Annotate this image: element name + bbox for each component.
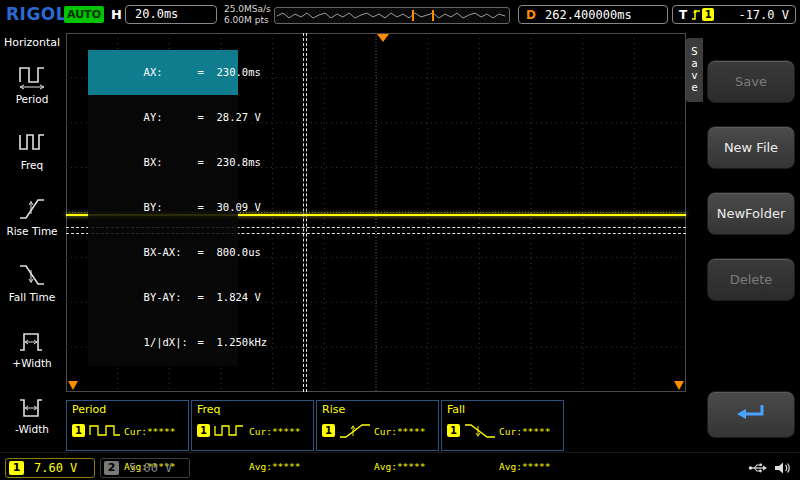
measurement-box-rise: Rise 1 Cur:***** Avg:***** Max:***** Min… bbox=[316, 400, 439, 451]
cursor-value: = 28.27 V bbox=[198, 111, 261, 123]
delete-button[interactable]: Delete bbox=[707, 258, 795, 301]
memory-depth-value: 6.00M pts bbox=[224, 15, 271, 26]
cursor-row-bx: BX:= 230.8ms bbox=[88, 140, 238, 185]
measurement-box-period: Period 1 Cur:***** Avg:***** Max:***** M… bbox=[66, 400, 189, 451]
channel-2-status[interactable]: 2 5.00 V bbox=[100, 458, 190, 478]
memory-waveform-preview[interactable] bbox=[274, 7, 510, 24]
cursor-value: = 1.250kHz bbox=[198, 336, 268, 348]
rigol-logo: RIGOL bbox=[6, 4, 67, 24]
cursor-row-bx-ax: BX-AX:= 800.0us bbox=[88, 230, 238, 275]
cursor-row-by: BY:= 30.09 V bbox=[88, 185, 238, 230]
cursor-readout-panel: AX:= 230.0ms AY:= 28.27 V BX:= 230.8ms B… bbox=[88, 49, 238, 366]
trigger-position-marker[interactable] bbox=[377, 34, 389, 42]
delay-value: 262.400000ms bbox=[545, 8, 632, 22]
channel-badge: 1 bbox=[197, 424, 210, 437]
freq-icon bbox=[17, 128, 47, 158]
period-icon bbox=[17, 62, 47, 92]
preview-waveform-icon bbox=[275, 8, 507, 23]
sidebar-item-period[interactable]: Period bbox=[0, 62, 64, 124]
return-button[interactable] bbox=[707, 391, 795, 438]
measurement-box-freq: Freq 1 Cur:***** Avg:***** Max:***** Min… bbox=[191, 400, 314, 451]
channel-badge: 1 bbox=[72, 424, 85, 437]
cursor-row-ax: AX:= 230.0ms bbox=[88, 50, 238, 95]
stat-cur: Cur:***** bbox=[374, 426, 425, 438]
cursor-ax-line[interactable] bbox=[303, 33, 304, 392]
acquisition-status-badge: AUTO bbox=[64, 6, 104, 23]
trigger-readout-box: T 1 -17.0 V bbox=[672, 5, 796, 24]
top-bar: RIGOL AUTO H 20.0ms 25.0MSa/s 6.00M pts … bbox=[0, 0, 800, 30]
sidebar-item-label: -Width bbox=[0, 423, 64, 435]
plus-width-icon bbox=[17, 326, 47, 356]
sidebar-item-label: Fall Time bbox=[0, 291, 64, 303]
sidebar-item-label: Rise Time bbox=[0, 225, 64, 237]
cursor-name: BX: bbox=[144, 155, 198, 170]
usb-icon bbox=[748, 460, 768, 479]
rise-edge-icon bbox=[339, 422, 371, 444]
measurement-box-fall: Fall 1 Cur:***** Avg:***** Max:***** Min… bbox=[441, 400, 564, 451]
sidebar-horizontal-menu: Horizontal Period Freq bbox=[0, 30, 64, 480]
save-button[interactable]: Save bbox=[707, 60, 795, 103]
cursor-row-inv-dx: 1/|dX|:= 1.250kHz bbox=[88, 320, 238, 365]
cursor-value: = 800.0us bbox=[198, 246, 261, 258]
cursor-value: = 230.0ms bbox=[198, 66, 261, 78]
channel-2-badge: 2 bbox=[104, 461, 119, 475]
stat-cur: Cur:***** bbox=[124, 426, 175, 438]
cursor-value: = 230.8ms bbox=[198, 156, 261, 168]
channel-1-badge: 1 bbox=[9, 461, 24, 475]
measurement-bar: Period 1 Cur:***** Avg:***** Max:***** M… bbox=[66, 400, 686, 452]
channel-2-scale: 5.00 V bbox=[129, 461, 172, 475]
new-folder-button[interactable]: NewFolder bbox=[707, 192, 795, 235]
channel-1-scale: 7.60 V bbox=[34, 461, 77, 475]
cursor-bx-line[interactable] bbox=[306, 33, 307, 392]
measurement-name: Fall bbox=[447, 403, 465, 416]
status-bar: 1 7.60 V 2 5.00 V bbox=[0, 452, 800, 480]
sidebar-item-label: Freq bbox=[0, 159, 64, 171]
sidebar-item-fall-time[interactable]: Fall Time bbox=[0, 260, 64, 322]
horizontal-label: H bbox=[111, 7, 122, 22]
stat-cur: Cur:***** bbox=[249, 426, 300, 438]
cursor-row-ay: AY:= 28.27 V bbox=[88, 95, 238, 140]
trigger-label: T bbox=[679, 8, 687, 22]
sidebar-item-freq[interactable]: Freq bbox=[0, 128, 64, 190]
trigger-slope-icon bbox=[691, 8, 701, 21]
cursor-name: AY: bbox=[144, 110, 198, 125]
measurement-name: Rise bbox=[322, 403, 345, 416]
fall-edge-icon bbox=[464, 422, 496, 444]
sidebar-item-label: Period bbox=[0, 93, 64, 105]
trigger-source-badge: 1 bbox=[702, 8, 714, 21]
cursor-value: = 1.824 V bbox=[198, 291, 261, 303]
cursor-value: = 30.09 V bbox=[198, 201, 261, 213]
sample-rate-value: 25.0MSa/s bbox=[224, 4, 271, 15]
measurement-name: Freq bbox=[197, 403, 221, 416]
oscilloscope-screen: RIGOL AUTO H 20.0ms 25.0MSa/s 6.00M pts … bbox=[0, 0, 800, 480]
sidebar-item-rise-time[interactable]: Rise Time bbox=[0, 194, 64, 256]
channel-1-status[interactable]: 1 7.60 V bbox=[5, 458, 95, 478]
offscreen-marker-right bbox=[674, 381, 684, 390]
timebase-readout: 20.0ms bbox=[125, 5, 217, 24]
sidebar-item-plus-width[interactable]: +Width bbox=[0, 326, 64, 388]
stat-cur: Cur:***** bbox=[499, 426, 550, 438]
period-wave-icon bbox=[89, 422, 121, 444]
cursor-name: BX-AX: bbox=[144, 245, 198, 260]
rise-time-icon bbox=[17, 194, 47, 224]
channel-badge: 1 bbox=[447, 424, 460, 437]
speaker-icon bbox=[774, 460, 792, 479]
sidebar-item-label: +Width bbox=[0, 357, 64, 369]
cursor-name: AX: bbox=[144, 65, 198, 80]
minus-width-icon bbox=[17, 392, 47, 422]
cursor-name: 1/|dX|: bbox=[144, 335, 198, 350]
fall-time-icon bbox=[17, 260, 47, 290]
sample-rate-block: 25.0MSa/s 6.00M pts bbox=[224, 4, 271, 26]
measurement-name: Period bbox=[72, 403, 106, 416]
return-arrow-icon bbox=[733, 401, 769, 428]
graticule: AX:= 230.0ms AY:= 28.27 V BX:= 230.8ms B… bbox=[66, 33, 686, 392]
sidebar-title: Horizontal bbox=[0, 36, 64, 49]
new-file-button[interactable]: New File bbox=[707, 126, 795, 169]
channel-badge: 1 bbox=[322, 424, 335, 437]
sidebar-item-minus-width[interactable]: -Width bbox=[0, 392, 64, 454]
cursor-name: BY-AY: bbox=[144, 290, 198, 305]
cursor-name: BY: bbox=[144, 200, 198, 215]
offscreen-marker-left bbox=[68, 381, 78, 390]
delay-label: D bbox=[526, 8, 536, 22]
cursor-row-by-ay: BY-AY:= 1.824 V bbox=[88, 275, 238, 320]
